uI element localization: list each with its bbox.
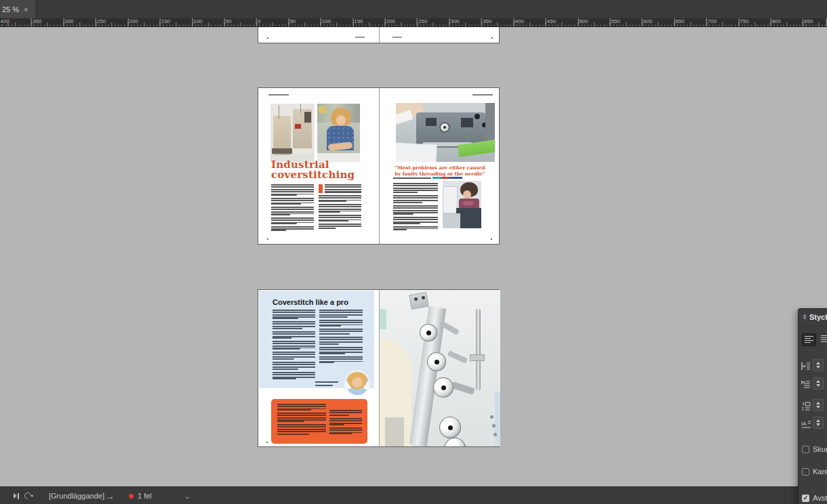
- text-column[interactable]: [325, 184, 361, 195]
- tips-headline[interactable]: Coverstitch like a pro: [273, 298, 348, 306]
- greeked-paragraph: [319, 215, 361, 222]
- align-left-button[interactable]: [802, 333, 816, 346]
- text-column[interactable]: [393, 183, 438, 232]
- checkbox[interactable]: ✓: [802, 468, 809, 476]
- ring-dot: [31, 495, 33, 497]
- photo-shape: [447, 350, 468, 364]
- preflight-status[interactable]: [129, 487, 134, 504]
- photo-shape: [492, 424, 496, 427]
- orange-info-box[interactable]: [271, 399, 367, 444]
- ruler-label: 350: [483, 18, 491, 25]
- stepper-down-icon[interactable]: [816, 384, 820, 387]
- space-before-stepper[interactable]: [813, 399, 824, 411]
- greeked-paragraph: [271, 217, 314, 224]
- document-canvas[interactable]: Industrial coverstitching: [0, 27, 827, 486]
- ring-icon: [23, 491, 33, 501]
- greeked-paragraph: [319, 347, 363, 354]
- style-dropdown-chevron[interactable]: ⌄: [108, 487, 114, 504]
- greeked-paragraph: [273, 331, 315, 339]
- photo-tension-dials[interactable]: [380, 290, 500, 446]
- spread-middle[interactable]: Industrial coverstitching: [258, 87, 500, 245]
- ruler-label: 400: [515, 18, 523, 25]
- text-column[interactable]: [319, 310, 363, 365]
- greeked-paragraph: [325, 184, 361, 193]
- space-before-icon: [801, 402, 811, 411]
- close-tab-icon[interactable]: ×: [24, 5, 28, 14]
- paragraph-style-dropdown[interactable]: [Grundläggande] ...: [49, 487, 113, 504]
- page-middle-right[interactable]: “Most problems are either caused by faul…: [380, 88, 500, 244]
- feature-headline[interactable]: Industrial coverstitching: [271, 160, 355, 180]
- stepper-down-icon[interactable]: [816, 366, 820, 369]
- align-center-button[interactable]: [819, 333, 827, 346]
- greeked-paragraph: [393, 205, 438, 215]
- ruler-label: 50: [226, 18, 232, 25]
- greeked-paragraph: [273, 362, 315, 370]
- photo-shape: [493, 433, 497, 436]
- photo-seamstress-blue-top[interactable]: [317, 104, 360, 162]
- document-tab[interactable]: 25 % ×: [0, 0, 37, 18]
- greeked-paragraph: [271, 226, 314, 231]
- folio-mark: [266, 442, 268, 443]
- photo-machine-closeup[interactable]: [396, 103, 495, 162]
- page-bottom-left[interactable]: Coverstitch like a pro: [258, 290, 379, 446]
- stepper-up-icon[interactable]: [816, 380, 820, 383]
- pull-quote[interactable]: “Most problems are either caused by faul…: [386, 165, 493, 177]
- ruler-label: 350: [33, 18, 41, 25]
- running-head-rule: [268, 94, 289, 96]
- spread-bottom[interactable]: Coverstitch like a pro: [258, 289, 500, 447]
- hyphenate-checkbox-row[interactable]: ✓ Avsta: [802, 494, 827, 502]
- stepper-up-icon[interactable]: [816, 362, 820, 364]
- status-circle-icon[interactable]: [24, 487, 31, 504]
- align-left-icon: [805, 336, 813, 343]
- stepper-up-icon[interactable]: [816, 419, 820, 422]
- greeked-paragraph: [393, 195, 438, 203]
- photo-shape: [485, 103, 495, 145]
- preflight-error-count[interactable]: 1 fel: [138, 487, 152, 504]
- page-middle-left[interactable]: Industrial coverstitching: [258, 88, 379, 244]
- stepper-down-icon[interactable]: [816, 423, 820, 426]
- text-column[interactable]: [273, 310, 315, 381]
- photo-shape: [272, 148, 292, 154]
- indent-left-stepper[interactable]: [813, 359, 824, 371]
- next-page-icon[interactable]: [14, 487, 19, 504]
- drop-cap-lines-stepper[interactable]: [813, 417, 824, 429]
- horizontal-ruler[interactable]: 4003503002502001501005005010015020025030…: [0, 18, 827, 27]
- ruler-label: 300: [64, 18, 73, 25]
- text-column[interactable]: [271, 184, 314, 233]
- avatar[interactable]: [344, 371, 370, 396]
- stepper-down-icon[interactable]: [816, 406, 820, 408]
- greeked-paragraph: [271, 207, 314, 215]
- photo-shape: [409, 292, 428, 310]
- caption-bar: [315, 385, 333, 386]
- document-tab-label: 25 %: [2, 5, 19, 14]
- greeked-paragraph: [273, 310, 315, 319]
- greeked-paragraph: [393, 226, 438, 230]
- paragraph-panel-header[interactable]: ⇕ Stycke: [799, 309, 827, 327]
- border-checkbox-row[interactable]: ✓ Kant: [802, 467, 827, 476]
- ruler-label: 300: [450, 18, 459, 25]
- photo-shape: [443, 186, 458, 213]
- shading-checkbox-row[interactable]: ✓ Skugg: [802, 445, 827, 453]
- page-bottom-right[interactable]: [380, 290, 500, 446]
- ruler-label: 150: [161, 18, 170, 25]
- first-line-indent-stepper[interactable]: [813, 377, 824, 390]
- stepper-up-icon[interactable]: [816, 402, 820, 404]
- paragraph-panel[interactable]: ⇕ Stycke: [798, 308, 827, 504]
- preflight-dropdown-chevron[interactable]: ⌄: [184, 487, 190, 504]
- ruler-label: 800: [772, 18, 781, 25]
- photo-seamstress-scarf[interactable]: [443, 181, 481, 228]
- checkbox[interactable]: ✓: [802, 495, 809, 502]
- spread-top[interactable]: [258, 27, 500, 43]
- error-dot-icon: [129, 494, 134, 499]
- text-column[interactable]: [319, 195, 361, 231]
- ruler-label: 200: [386, 18, 395, 25]
- panel-dock-icon[interactable]: ⇕: [802, 314, 807, 320]
- photo-industrial-machines[interactable]: [270, 104, 315, 162]
- tension-disc: [420, 324, 437, 341]
- disc-center: [448, 425, 453, 430]
- ruler-label: 200: [129, 18, 138, 25]
- checkbox[interactable]: ✓: [802, 446, 809, 453]
- greeked-paragraph: [319, 204, 361, 213]
- photo-shape: [451, 381, 475, 395]
- paragraph-panel-title: Stycke: [809, 313, 827, 321]
